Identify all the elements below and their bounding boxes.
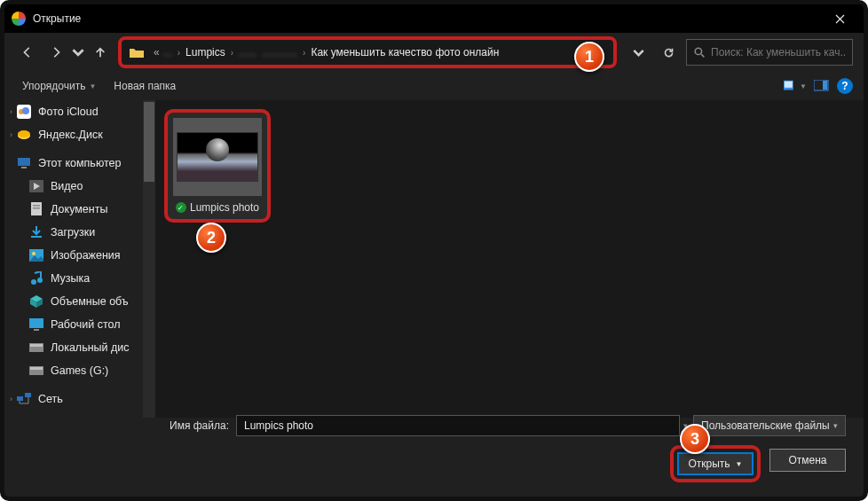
scrollbar-thumb[interactable] [144, 102, 154, 182]
sidebar-item-label: Сеть [38, 393, 63, 405]
refresh-button[interactable] [656, 40, 681, 65]
pictures-icon [29, 248, 43, 262]
chevron-right-icon: › [231, 48, 233, 58]
search-input[interactable] [711, 46, 845, 59]
open-label: Открыть [688, 458, 730, 470]
drive-icon [29, 341, 43, 355]
crumb-current[interactable]: Как уменьшить качество фото онлайн [311, 46, 499, 59]
chrome-icon [12, 12, 26, 26]
svg-rect-25 [30, 344, 43, 347]
file-item-lumpics-photo[interactable]: ✓ Lumpics photo [164, 109, 271, 223]
sidebar-item-pictures[interactable]: Изображения [4, 244, 155, 267]
open-highlight: Открыть ▼ [670, 445, 761, 482]
sidebar-item-label: Яндекс.Диск [38, 129, 103, 141]
titlebar-left: Открытие [12, 12, 81, 26]
network-icon [17, 392, 31, 406]
footer: Имя файла: ▾ Пользовательские файлы ▾ От… [4, 406, 864, 497]
crumb-hidden-3: ............ [262, 46, 297, 59]
chevron-down-icon: ▼ [800, 82, 807, 90]
filename-label: Имя файла: [170, 419, 229, 432]
svg-point-7 [22, 107, 29, 114]
crumb-hidden-1: ... [163, 46, 172, 59]
arrow-up-icon [94, 46, 107, 59]
yandex-disk-icon [17, 128, 31, 142]
svg-rect-4 [823, 81, 827, 90]
address-dropdown[interactable] [626, 40, 651, 65]
sidebar-item-yandex[interactable]: › Яндекс.Диск [4, 123, 155, 146]
svg-rect-11 [21, 167, 27, 168]
chevron-right-icon: › [303, 48, 305, 58]
new-folder-button[interactable]: Новая папка [107, 76, 183, 96]
view-mode-button[interactable]: ▼ [784, 74, 807, 98]
svg-point-0 [695, 48, 701, 54]
help-button[interactable]: ? [837, 78, 853, 94]
sidebar-item-3d[interactable]: Объемные объ [4, 290, 155, 313]
sidebar-item-icloud[interactable]: › Фото iCloud [4, 100, 155, 123]
new-folder-label: Новая папка [114, 80, 176, 92]
window-title: Открытие [33, 12, 81, 25]
sidebar-item-label: Этот компьютер [38, 157, 121, 169]
sidebar-item-label: Загрузки [51, 226, 95, 239]
file-type-filter[interactable]: Пользовательские файлы ▾ [693, 415, 846, 436]
sidebar-item-label: Документы [51, 203, 107, 215]
chevron-down-icon [633, 47, 644, 59]
sidebar-item-music[interactable]: Музыка [4, 267, 155, 290]
svg-rect-10 [18, 158, 30, 166]
sidebar-item-label: Games (G:) [51, 364, 108, 377]
toolbar: Упорядочить ▼ Новая папка ▼ ? [4, 72, 864, 100]
recent-dropdown[interactable] [72, 40, 84, 65]
sidebar: › Фото iCloud › Яндекс.Диск Этот компьют… [4, 100, 155, 418]
documents-icon [29, 202, 43, 216]
sidebar-item-this-pc[interactable]: Этот компьютер [4, 152, 155, 175]
image-preview [177, 132, 258, 182]
organize-label: Упорядочить [22, 80, 85, 92]
sidebar-item-label: Видео [51, 180, 83, 192]
drive-icon [29, 364, 43, 378]
this-pc-icon [17, 156, 31, 170]
open-button[interactable]: Открыть ▼ [677, 452, 754, 475]
address-bar[interactable]: « ... › Lumpics › ...... ............ › … [118, 36, 617, 68]
cancel-button[interactable]: Отмена [769, 449, 846, 472]
chevron-right-icon: › [10, 130, 12, 139]
sidebar-scrollbar[interactable] [143, 100, 155, 418]
close-icon [835, 14, 845, 24]
file-list[interactable]: ✓ Lumpics photo [155, 100, 864, 418]
desktop-icon [29, 317, 43, 332]
annotation-badge-1: 1 [574, 42, 604, 72]
chevron-down-icon: ▼ [89, 82, 96, 90]
sidebar-item-desktop[interactable]: Рабочий стол [4, 313, 155, 336]
svg-point-19 [32, 252, 36, 255]
forward-button[interactable] [43, 40, 68, 65]
crumb-hidden-2: ...... [239, 46, 256, 59]
preview-pane-icon [814, 80, 830, 92]
file-label-row: ✓ Lumpics photo [176, 201, 259, 214]
sidebar-item-videos[interactable]: Видео [4, 175, 155, 198]
crumb-overflow: « [154, 46, 160, 59]
crumb-lumpics[interactable]: Lumpics [185, 46, 225, 59]
folder-icon [129, 46, 145, 59]
sidebar-item-local-disk[interactable]: Локальный дис [4, 336, 155, 359]
sidebar-item-games-g[interactable]: Games (G:) [4, 359, 155, 382]
sync-ok-icon: ✓ [176, 202, 186, 213]
chevron-right-icon: › [10, 395, 12, 403]
chevron-right-icon: › [178, 48, 180, 58]
help-icon: ? [841, 80, 848, 92]
filename-row: Имя файла: ▾ Пользовательские файлы ▾ [22, 415, 846, 436]
sidebar-item-downloads[interactable]: Загрузки [4, 221, 155, 244]
close-button[interactable] [820, 4, 860, 33]
up-button[interactable] [88, 40, 113, 65]
search-box[interactable] [686, 39, 853, 66]
preview-pane-button[interactable] [810, 74, 833, 98]
sidebar-item-documents[interactable]: Документы [4, 198, 155, 221]
svg-rect-2 [785, 82, 793, 88]
file-name: Lumpics photo [190, 201, 259, 214]
organize-menu[interactable]: Упорядочить ▼ [15, 76, 103, 96]
body: › Фото iCloud › Яндекс.Диск Этот компьют… [4, 100, 864, 418]
back-button[interactable] [15, 40, 40, 65]
search-icon [694, 47, 706, 59]
cancel-label: Отмена [788, 454, 826, 466]
filename-input[interactable] [236, 415, 680, 436]
svg-rect-27 [30, 367, 43, 370]
svg-point-9 [18, 130, 30, 137]
arrow-left-icon [21, 46, 34, 59]
